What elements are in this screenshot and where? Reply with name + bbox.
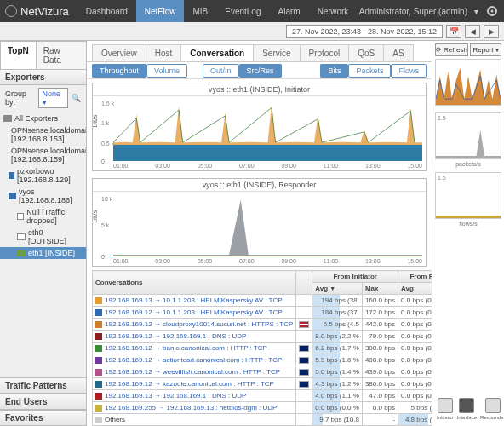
brand-icon [5,5,17,17]
calendar-icon[interactable]: 📅 [446,25,461,38]
chart-svg [113,193,422,256]
top-bar: NetVizura DashboardNetFlowMIBEventLogAla… [0,0,504,22]
tab-rawdata[interactable]: Raw Data [36,41,87,69]
search-icon[interactable]: 🔍 [72,94,81,102]
col-sub[interactable]: Avg [398,283,432,295]
pill-bits[interactable]: Bits [320,64,348,78]
sidebar-bottom: Traffic PatternsEnd UsersFavorites [0,377,86,426]
conversation-link[interactable]: 192.168.169.12 → kazooie.canonical.com :… [105,380,274,388]
refresh-button[interactable]: ⟳Refresh [435,43,468,56]
svg-point-1 [491,10,494,13]
date-range[interactable]: 27. Nov 2022, 23:43 - 28. Nov 2022, 15:1… [286,25,443,38]
conversation-link[interactable]: 192.168.169.13 → 192.168.169.1 : DNS : U… [105,392,246,400]
conversation-link[interactable]: 192.168.169.12 → actiontoad.canonical.co… [105,356,282,364]
nav-network[interactable]: Network [309,0,358,22]
gear-icon[interactable] [485,4,499,18]
side-section-traffic-patterns[interactable]: Traffic Patterns [0,377,86,394]
subtab-qos[interactable]: QoS [348,44,384,61]
table-row[interactable]: 192.168.169.12 → weevilfish.canonical.co… [93,366,432,378]
tree-item[interactable]: OPNsense.localdomain [192.168.8.159] [0,145,86,165]
conversations-table-wrap[interactable]: Conversations From Initiator From Respon… [87,270,432,426]
sub-tabs: OverviewHostConversationServiceProtocolQ… [87,41,432,62]
next-icon[interactable]: ▶ [484,25,499,38]
pill-packets[interactable]: Packets [348,64,391,78]
side-section-end-users[interactable]: End Users [0,394,86,410]
side-section-favorites[interactable]: Favorites [0,410,86,426]
group-by-label: Group by: [5,89,35,106]
chart-title: vyos :: eth1 (INSIDE), Responder [93,179,426,192]
col-from-responder: From Responder [398,271,432,283]
x-axis: 01:0003:0005:0007:0009:0011:0013:0015:00 [93,163,426,170]
nav-netflow[interactable]: NetFlow [136,0,185,22]
user-menu-icon[interactable]: ▾ [474,7,478,16]
responder-icon [485,398,501,413]
conversation-link[interactable]: 192.168.169.12 → 192.168.169.1 : DNS : U… [105,332,246,340]
pill-throughput[interactable]: Throughput [92,64,146,78]
pill-flows[interactable]: Flows [391,64,427,78]
nav-alarm[interactable]: Alarm [270,0,309,22]
flag-icon [299,357,309,364]
table-row[interactable]: 192.168.169.13 → 10.1.1.203 : HELM|Kaspe… [93,295,432,307]
top-nav: DashboardNetFlowMIBEventLogAlarmNetwork [77,0,357,22]
col-sub[interactable]: Max [362,283,398,295]
conversation-link[interactable]: 192.168.169.12 → weevilfish.canonical.co… [105,368,280,376]
brand-text: NetVizura [20,5,69,18]
pill-row: ThroughputVolume Out/InSrc/Res BitsPacke… [87,62,432,79]
conversation-link[interactable]: 192.168.169.13 → 10.1.1.203 : HELM|Kaspe… [105,296,283,304]
mini-chart-bits [435,59,501,106]
subtab-overview[interactable]: Overview [92,44,146,61]
conversation-link[interactable]: 192.168.169.12 → cloudproxy10014.sucuri.… [105,320,293,328]
table-row[interactable]: 192.168.169.12 → banjo.canonical.com : H… [93,343,432,354]
subtab-protocol[interactable]: Protocol [300,44,350,61]
pill-srcres[interactable]: Src/Res [239,64,282,78]
flag-icon [299,345,309,352]
group-by-select[interactable]: None ▾ [38,88,68,108]
col-sub[interactable]: Avg ▼ [312,283,363,295]
subtab-service[interactable]: Service [253,44,300,61]
tree-item[interactable]: vyos [192.168.8.186] [0,186,86,206]
topology-diagram: Initiator Interface Responder [435,394,501,423]
right-panel: ⟳Refresh Report ▾ 1.5 packets/s 1.5 flow… [432,41,504,426]
conversation-link[interactable]: 192.168.169.12 → 10.1.1.203 : HELM|Kaspe… [105,308,283,316]
table-row[interactable]: 192.168.169.13 → 192.168.169.1 : DNS : U… [93,390,432,402]
col-conversations[interactable]: Conversations [93,271,296,295]
y-axis-label: bit/s [91,114,99,127]
nav-dashboard[interactable]: Dashboard [77,0,136,22]
brand: NetVizura [5,5,77,18]
tree-item[interactable]: Null [Traffic dropped] [0,206,86,227]
flag-icon [299,321,309,328]
nav-mib[interactable]: MIB [184,0,216,22]
pill-outin[interactable]: Out/In [203,64,239,78]
table-row[interactable]: 192.168.169.255 → 192.168.169.13 : netbi… [93,402,432,414]
flag-icon [299,369,309,376]
tab-topn[interactable]: TopN [0,41,37,69]
tree-item[interactable]: pzkorbowo [192.168.8.129] [0,165,86,186]
user-label[interactable]: Administrator, Super (admin) [359,7,467,16]
sidebar: TopNRaw Data Exporters Group by: None ▾ … [0,41,87,426]
table-row[interactable]: 192.168.169.12 → actiontoad.canonical.co… [93,354,432,366]
subtab-conversation[interactable]: Conversation [180,44,254,61]
report-button[interactable]: Report ▾ [470,43,501,56]
exporter-tree: All ExportersOPNsense.localdomain [192.1… [0,111,86,261]
tree-item[interactable]: OPNsense.localdomain [192.168.8.153] [0,124,86,145]
chart-title: vyos :: eth1 (INSIDE), Initiator [93,83,426,96]
nav-eventlog[interactable]: EventLog [216,0,269,22]
tree-item[interactable]: eth0 [OUTSIDE] [0,227,86,247]
subtab-as[interactable]: AS [383,44,413,61]
exporters-header: Exporters [0,70,86,85]
tree-item[interactable]: eth1 [INSIDE] [0,247,86,259]
conversation-link[interactable]: 192.168.169.255 → 192.168.169.13 : netbi… [105,404,277,412]
table-row[interactable]: 192.168.169.12 → cloudproxy10014.sucuri.… [93,319,432,331]
prev-icon[interactable]: ◀ [465,25,480,38]
table-row[interactable]: 192.168.169.12 → 192.168.169.1 : DNS : U… [93,331,432,343]
col-from-initiator: From Initiator [312,271,398,283]
tree-item[interactable]: All Exporters [0,112,86,124]
x-axis: 01:0003:0005:0007:0009:0011:0013:0015:00 [93,258,426,266]
table-row[interactable]: 192.168.169.12 → 10.1.1.203 : HELM|Kaspe… [93,307,432,319]
pill-volume[interactable]: Volume [146,64,187,78]
table-row[interactable]: 192.168.169.12 → kazooie.canonical.com :… [93,378,432,390]
subtab-host[interactable]: Host [146,44,182,61]
mini-chart-flows: 1.5 [435,172,501,219]
conversation-link[interactable]: 192.168.169.12 → banjo.canonical.com : H… [105,344,267,352]
mini-label: packets/s [435,161,501,167]
